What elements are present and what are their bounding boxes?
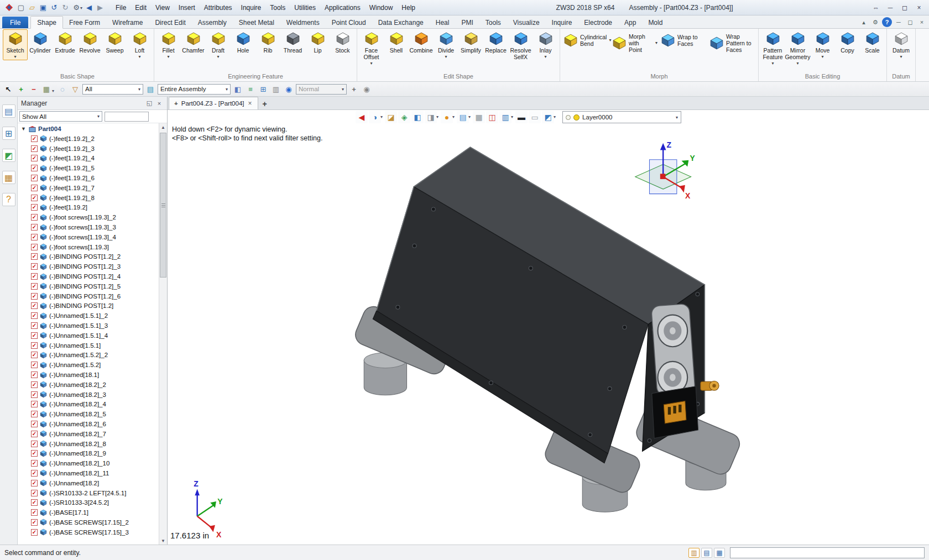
wrap-pattern-to-faces-button[interactable]: Wrap Pattern to Faces <box>708 29 756 57</box>
resize-icon[interactable]: ⇔ <box>869 2 883 13</box>
pick-list-icon-caret[interactable]: ▾ <box>52 88 54 93</box>
tree-item-binding-post-1-2[interactable]: ✓(-)BINDING POST[1.2] <box>19 301 158 311</box>
dropdown-caret-icon[interactable]: ▾ <box>217 55 219 59</box>
resolve-selfx-button[interactable]: Resolve SelfX <box>508 29 533 61</box>
visibility-checkbox[interactable]: ✓ <box>31 322 38 329</box>
history-icon[interactable]: ◩ <box>2 149 15 162</box>
menu-view[interactable]: View <box>151 2 174 13</box>
status-input[interactable] <box>730 547 925 558</box>
visibility-checkbox[interactable]: ✓ <box>31 490 38 496</box>
scroll-down-icon[interactable]: ▼ <box>159 537 167 545</box>
visibility-checkbox[interactable]: ✓ <box>31 470 38 477</box>
close-document-icon[interactable]: × <box>248 100 253 107</box>
visibility-checkbox[interactable]: ✓ <box>31 273 38 280</box>
tree-item-binding-post-1-2-5[interactable]: ✓(-)BINDING POST[1.2]_5 <box>19 281 158 291</box>
image-icon[interactable]: ▤ <box>457 111 469 123</box>
dropdown-caret-icon[interactable]: ▾ <box>544 55 546 59</box>
tree-item-unnamed-1-5-2-2[interactable]: ✓(-)Unnamed[1.5.2]_2 <box>19 350 158 360</box>
display-mode-icon-caret[interactable]: ▾ <box>436 114 439 123</box>
redo-icon[interactable]: ↻ <box>60 2 71 13</box>
inlay-button[interactable]: Inlay▾ <box>533 29 558 60</box>
menu-applications[interactable]: Applications <box>320 2 365 13</box>
ribbon-tab-app[interactable]: App <box>618 17 642 28</box>
tree-item-feet-1-19-2-6[interactable]: ✓(-)feet[1.19.2]_6 <box>19 173 158 183</box>
settings-icon[interactable]: ⚙ <box>870 17 880 27</box>
tree-item-foot-screws-1-19-3-2[interactable]: ✓(-)foot screws[1.19.3]_2 <box>19 212 158 222</box>
simplify-button[interactable]: Simplify <box>458 29 483 55</box>
add-entity-icon[interactable]: + <box>15 83 27 95</box>
manager-tab-icon[interactable]: ▤ <box>2 104 15 118</box>
ribbon-tab-visualize[interactable]: Visualize <box>507 17 546 28</box>
scrollbar-thumb[interactable] <box>160 133 166 278</box>
tree-item-binding-post-1-2-2[interactable]: ✓(-)BINDING POST[1.2]_2 <box>19 252 158 262</box>
background-dark-icon[interactable]: ▬ <box>515 111 528 123</box>
tree-item-unnamed-18-2-7[interactable]: ✓(-)Unnamed[18.2]_7 <box>19 429 158 439</box>
tree-item-feet-1-19-2[interactable]: ✓(-)feet[1.19.2] <box>19 203 158 213</box>
target-icon[interactable]: ◉ <box>283 83 294 95</box>
tree-item-unnamed-1-5-1-4[interactable]: ✓(-)Unnamed[1.5.1]_4 <box>19 331 158 341</box>
pick-list-icon[interactable]: ▦ <box>41 83 52 95</box>
tree-item-foot-screws-1-19-3-3[interactable]: ✓(-)foot screws[1.19.3]_3 <box>19 222 158 232</box>
scale-button[interactable]: Scale <box>860 29 885 55</box>
ribbon-tab-data-exchange[interactable]: Data Exchange <box>372 17 430 28</box>
new-document-tab-button[interactable]: + <box>258 100 272 109</box>
multi-viewport-icon[interactable]: ▥ <box>499 111 512 123</box>
visibility-checkbox[interactable]: ✓ <box>31 362 38 368</box>
ribbon-tab-mold[interactable]: Mold <box>642 17 669 28</box>
revolve-button[interactable]: Revolve <box>77 29 102 55</box>
visibility-checkbox[interactable]: ✓ <box>31 175 38 181</box>
tree-item-unnamed-18-1[interactable]: ✓(-)Unnamed[18.1] <box>19 370 158 380</box>
close-panel-icon[interactable]: × <box>155 99 164 108</box>
visibility-checkbox[interactable]: ✓ <box>31 401 38 407</box>
sketch-button[interactable]: Sketch▾ <box>3 29 28 60</box>
ribbon-tab-sheet-metal[interactable]: Sheet Metal <box>233 17 280 28</box>
layer-select[interactable]: Layer0000 ▾ <box>562 111 681 123</box>
visibility-checkbox[interactable]: ✓ <box>31 480 38 486</box>
visibility-checkbox[interactable]: ✓ <box>31 244 38 250</box>
morph-with-point-button[interactable]: Morph with Point▾ <box>610 29 659 57</box>
visibility-checkbox[interactable]: ✓ <box>31 165 38 171</box>
replace-button[interactable]: Replace <box>483 29 508 55</box>
visibility-checkbox[interactable]: ✓ <box>31 450 38 457</box>
tree-item-feet-1-19-2-7[interactable]: ✓(-)feet[1.19.2]_7 <box>19 183 158 193</box>
tree-item-base-screws-17-15-3[interactable]: ✓(-)BASE SCREWS[17.15]_3 <box>19 527 158 537</box>
visibility-checkbox[interactable]: ✓ <box>31 431 38 437</box>
pick-point-icon[interactable]: + <box>348 83 359 95</box>
grid-icon[interactable]: ▦ <box>473 111 485 123</box>
open-file-icon[interactable]: ▱ <box>27 2 38 13</box>
dropdown-caret-icon[interactable]: ▾ <box>821 55 823 59</box>
dropdown-caret-icon[interactable]: ▾ <box>370 61 372 66</box>
visibility-checkbox[interactable]: ✓ <box>31 263 38 270</box>
visibility-checkbox[interactable]: ✓ <box>31 204 38 211</box>
remove-entity-icon[interactable]: − <box>28 83 39 95</box>
tree-item-base-17-1[interactable]: ✓(-)BASE[17.1] <box>19 507 158 517</box>
close-button[interactable]: × <box>912 2 926 13</box>
visibility-checkbox[interactable]: ✓ <box>31 421 38 427</box>
extrude-button[interactable]: Extrude <box>53 29 77 55</box>
dropdown-caret-icon[interactable]: ▾ <box>138 55 140 59</box>
ribbon-tab-pmi[interactable]: PMI <box>455 17 479 28</box>
visibility-checkbox[interactable]: ✓ <box>31 214 38 221</box>
visibility-checkbox[interactable]: ✓ <box>31 381 38 388</box>
menu-insert[interactable]: Insert <box>174 2 200 13</box>
expand-arrow-icon[interactable]: ▼ <box>21 126 27 132</box>
mirror-geometry-button[interactable]: Mirror Geometry▾ <box>785 29 810 67</box>
visibility-checkbox[interactable]: ✓ <box>31 185 38 191</box>
pattern-feature-button[interactable]: Pattern Feature▾ <box>760 29 785 67</box>
doc-close-icon[interactable]: × <box>917 17 927 27</box>
ribbon-tab-shape[interactable]: Shape <box>30 16 63 29</box>
dropdown-caret-icon[interactable]: ▾ <box>14 55 16 59</box>
menu-edit[interactable]: Edit <box>131 2 151 13</box>
tree-item-unnamed-18-2-2[interactable]: ✓(-)Unnamed[18.2]_2 <box>19 380 158 390</box>
visibility-checkbox[interactable]: ✓ <box>31 312 38 319</box>
tree-root-part004[interactable]: ▼ Part004 <box>19 124 158 134</box>
monitor-icon[interactable]: ▤ <box>701 548 712 558</box>
minimize-button[interactable]: ─ <box>884 2 897 13</box>
visibility-checkbox[interactable]: ✓ <box>31 302 38 309</box>
visibility-checkbox[interactable]: ✓ <box>31 529 38 536</box>
divide-button[interactable]: Divide▾ <box>434 29 458 60</box>
visibility-checkbox[interactable]: ✓ <box>31 441 38 447</box>
cylinder-button[interactable]: Cylinder <box>28 29 53 55</box>
tree-item-unnamed-18-2-9[interactable]: ✓(-)Unnamed[18.2]_9 <box>19 449 158 459</box>
menu-window[interactable]: Window <box>365 2 398 13</box>
